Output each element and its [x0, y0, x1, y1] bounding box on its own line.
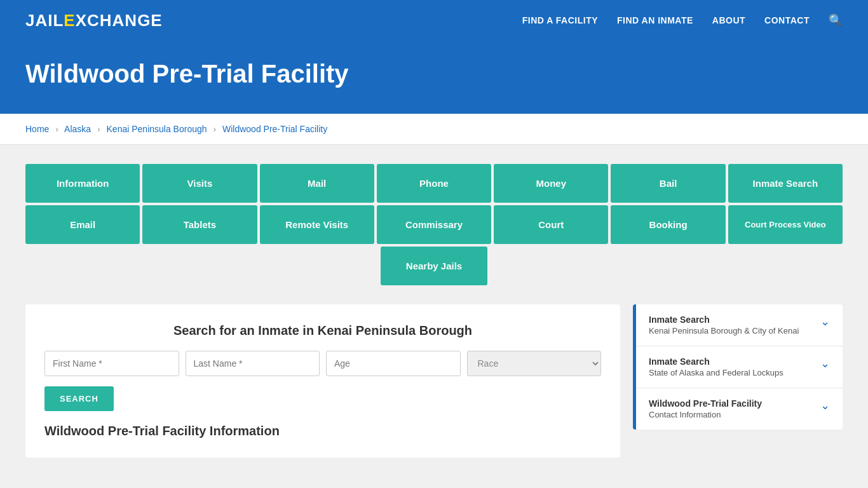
- last-name-input[interactable]: [186, 351, 320, 376]
- search-button[interactable]: SEARCH: [44, 386, 114, 411]
- sidebar-item-0-subtitle: Kenai Peninsula Borough & City of Kenai: [649, 326, 799, 336]
- breadcrumb-current[interactable]: Wildwood Pre-Trial Facility: [222, 124, 327, 134]
- search-panel: Search for an Inmate in Kenai Peninsula …: [25, 304, 620, 458]
- btn-bail[interactable]: Bail: [611, 164, 725, 203]
- button-grid-row1: Information Visits Mail Phone Money Bail…: [25, 164, 843, 203]
- sidebar-item-1-subtitle: State of Alaska and Federal Lockups: [649, 368, 783, 377]
- sidebar-item-1-title: Inmate Search: [649, 356, 783, 367]
- breadcrumb-alaska[interactable]: Alaska: [64, 124, 91, 134]
- btn-inmate-search[interactable]: Inmate Search: [728, 164, 843, 203]
- btn-email[interactable]: Email: [25, 205, 140, 244]
- btn-nearby-jails[interactable]: Nearby Jails: [381, 247, 487, 285]
- btn-court-process-video[interactable]: Court Process Video: [728, 205, 843, 244]
- breadcrumb-sep1: ›: [55, 124, 58, 134]
- btn-money[interactable]: Money: [494, 164, 608, 203]
- nav-about[interactable]: ABOUT: [712, 15, 745, 25]
- breadcrumb-county[interactable]: Kenai Peninsula Borough: [107, 124, 207, 134]
- content-area: Search for an Inmate in Kenai Peninsula …: [25, 304, 843, 458]
- search-title: Search for an Inmate in Kenai Peninsula …: [44, 323, 601, 338]
- sidebar-item-0[interactable]: Inmate Search Kenai Peninsula Borough & …: [636, 304, 843, 346]
- btn-information[interactable]: Information: [25, 164, 140, 203]
- search-icon-button[interactable]: 🔍: [829, 13, 843, 27]
- sidebar: Inmate Search Kenai Peninsula Borough & …: [633, 304, 843, 458]
- sidebar-item-2-subtitle: Contact Information: [649, 410, 762, 419]
- breadcrumb-sep2: ›: [97, 124, 100, 134]
- nav-find-inmate[interactable]: FIND AN INMATE: [617, 15, 693, 25]
- breadcrumb-home[interactable]: Home: [25, 124, 49, 134]
- btn-remote-visits[interactable]: Remote Visits: [260, 205, 374, 244]
- sidebar-item-2[interactable]: Wildwood Pre-Trial Facility Contact Info…: [636, 388, 843, 430]
- hero-banner: Wildwood Pre-Trial Facility: [0, 41, 868, 114]
- age-input[interactable]: [326, 351, 461, 376]
- site-logo[interactable]: JAILEXCHANGE: [25, 11, 163, 30]
- sidebar-item-2-title: Wildwood Pre-Trial Facility: [649, 398, 762, 409]
- race-select[interactable]: Race White Black Hispanic Asian Other: [467, 351, 602, 376]
- btn-booking[interactable]: Booking: [611, 205, 725, 244]
- button-grid-row2: Email Tablets Remote Visits Commissary C…: [25, 205, 843, 244]
- info-section: Wildwood Pre-Trial Facility Information: [44, 411, 601, 438]
- sidebar-card: Inmate Search Kenai Peninsula Borough & …: [633, 304, 843, 430]
- site-header: JAILEXCHANGE FIND A FACILITY FIND AN INM…: [0, 0, 868, 41]
- btn-mail[interactable]: Mail: [260, 164, 374, 203]
- sidebar-item-0-title: Inmate Search: [649, 315, 799, 325]
- chevron-down-icon-2: ⌄: [820, 398, 830, 412]
- btn-court[interactable]: Court: [494, 205, 608, 244]
- main-nav: FIND A FACILITY FIND AN INMATE ABOUT CON…: [522, 13, 843, 27]
- breadcrumb: Home › Alaska › Kenai Peninsula Borough …: [0, 114, 868, 145]
- btn-tablets[interactable]: Tablets: [142, 205, 257, 244]
- info-title: Wildwood Pre-Trial Facility Information: [44, 424, 601, 438]
- breadcrumb-sep3: ›: [213, 124, 216, 134]
- search-fields: Race White Black Hispanic Asian Other: [44, 351, 601, 376]
- btn-phone[interactable]: Phone: [377, 164, 491, 203]
- chevron-down-icon-1: ⌄: [820, 356, 830, 370]
- button-grid-row3: Nearby Jails: [25, 247, 843, 285]
- nav-find-facility[interactable]: FIND A FACILITY: [522, 15, 598, 25]
- btn-visits[interactable]: Visits: [142, 164, 257, 203]
- first-name-input[interactable]: [44, 351, 179, 376]
- nav-contact[interactable]: CONTACT: [764, 15, 810, 25]
- main-content: Information Visits Mail Phone Money Bail…: [0, 145, 868, 477]
- btn-commissary[interactable]: Commissary: [377, 205, 491, 244]
- page-title: Wildwood Pre-Trial Facility: [25, 60, 843, 88]
- chevron-down-icon-0: ⌄: [820, 315, 830, 329]
- sidebar-item-1[interactable]: Inmate Search State of Alaska and Federa…: [636, 346, 843, 388]
